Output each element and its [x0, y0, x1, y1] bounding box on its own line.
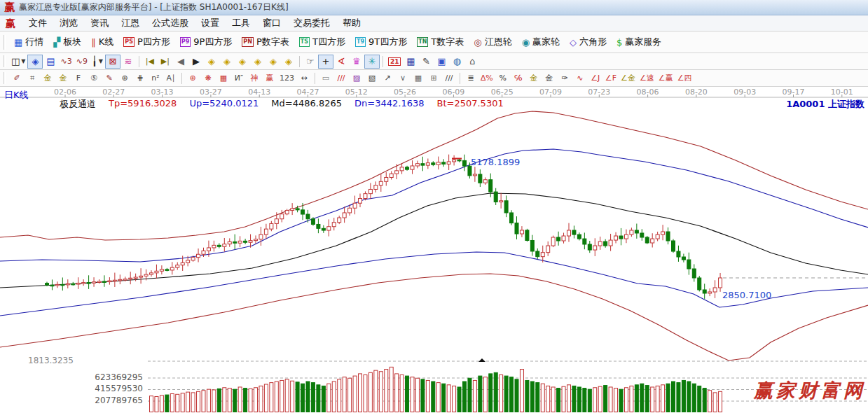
five-grid-button[interactable]: ⑤ [86, 71, 102, 85]
spider-web-button[interactable]: ❋ [200, 71, 216, 85]
n-wave-button[interactable]: И″ [231, 71, 247, 85]
toolbar-button-winner-service[interactable]: $赢家服务 [612, 34, 666, 50]
main-chart-svg[interactable] [0, 87, 868, 412]
brush-grid-icon: ✎ [106, 74, 112, 83]
parallel-lines-button[interactable]: /// [441, 71, 457, 85]
menu-item-4[interactable]: 公式选股 [146, 15, 195, 31]
angle-j-button[interactable]: ∠J [588, 71, 603, 85]
toolbar-grip[interactable] [4, 72, 6, 83]
circle-360-button[interactable]: ⊕ [117, 71, 132, 85]
stats-panel-button[interactable]: ≣ [463, 71, 478, 85]
angle-f-button[interactable]: ∠F [603, 71, 619, 85]
chart-type-button[interactable]: ◈ [27, 55, 43, 69]
toolbar-button-winner-wheel[interactable]: ◉赢家轮 [517, 34, 565, 50]
ying-grid-button[interactable]: 赢 [262, 71, 277, 85]
gann-expand-button[interactable]: ◈ [235, 55, 250, 69]
angle-ying-button[interactable]: ∠赢 [656, 71, 675, 85]
toolbar-button-t-number-table[interactable]: TNT数字表 [412, 34, 469, 50]
gann-down-button[interactable]: ◈ [281, 55, 296, 69]
toolbar-button-gann-wheel[interactable]: ◎江恩轮 [469, 34, 516, 50]
menu-item-0[interactable]: 文件 [22, 15, 53, 31]
seal-tool-button[interactable]: ✳ [364, 55, 380, 69]
wave-box-button[interactable]: ∿ [572, 71, 588, 85]
gann-shrink-button[interactable]: ◈ [250, 55, 266, 69]
span-measure-button[interactable]: ↔ [296, 71, 312, 85]
angle-speed-button[interactable]: ∠速 [638, 71, 656, 85]
rect-tool-button[interactable]: ▭ [318, 71, 333, 85]
toolbar-button-t-square[interactable]: TST四方形 [294, 34, 350, 50]
arrow-lines-button[interactable]: ↗ [380, 71, 395, 85]
first-page-button[interactable]: |◀ [142, 55, 158, 69]
save-button[interactable]: ▣ [434, 55, 449, 69]
brush-grid-button[interactable]: ✎ [102, 71, 117, 85]
menu-item-9[interactable]: 帮助 [336, 15, 367, 31]
prev-page-button[interactable]: ◀ [173, 55, 188, 69]
square-n2-button[interactable]: n² [148, 71, 163, 85]
wave-9-button[interactable]: ∿9 [74, 55, 90, 69]
toolbar-button-sectors[interactable]: ▞板块 [48, 34, 86, 50]
candle-style-button[interactable]: ╽▼ [90, 55, 105, 69]
pattern-tool-button[interactable]: ⊠ [105, 55, 120, 69]
toolbar-button-9p-square[interactable]: P99P四方形 [175, 34, 237, 50]
toolbar-grip[interactable] [4, 35, 6, 50]
angle-gold-button[interactable]: ∠金 [619, 71, 638, 85]
circle-cross-button[interactable]: ⊕ [185, 71, 200, 85]
zigzag-tool-button[interactable]: ∨ [395, 71, 411, 85]
angle-four-button[interactable]: ∠四 [675, 71, 694, 85]
gold-grid-2-button[interactable]: 金 [55, 71, 71, 85]
percent-tool-button[interactable]: % [495, 71, 511, 85]
toolbar-button-hexagon[interactable]: ◇六角形 [565, 34, 612, 50]
gold-grid-1-button[interactable]: 金 [40, 71, 55, 85]
fan-lines-button[interactable]: ∕∕∕ [333, 71, 349, 85]
draw-pen-button[interactable]: ✐ [9, 71, 25, 85]
price-grid-button[interactable]: ⋕ [132, 71, 148, 85]
gann-grid-button[interactable]: ⌗ [25, 71, 40, 85]
notes-button[interactable]: ✎ [418, 55, 434, 69]
toolbar-button-kline[interactable]: ‖K线 [86, 34, 118, 50]
last-page-button[interactable]: ▶| [158, 55, 173, 69]
fib-grid-button[interactable]: F [71, 71, 86, 85]
menu-item-1[interactable]: 浏览 [53, 15, 84, 31]
percent-change-button[interactable]: ∆% [478, 71, 495, 85]
wave-3-button[interactable]: ∿3 [58, 55, 74, 69]
web-grid-button[interactable]: ▦ [216, 71, 231, 85]
menu-item-3[interactable]: 江恩 [115, 15, 146, 31]
grid-box-arrow-button[interactable]: ⊞ [426, 71, 441, 85]
a-line-button[interactable]: A∣ [163, 71, 179, 85]
grid-box-button[interactable]: ▦ [411, 71, 426, 85]
toolbar-button-p-number-table[interactable]: PNP数字表 [237, 34, 294, 50]
gold-circle-button[interactable]: 金 [526, 71, 542, 85]
angle-tool-button[interactable]: ∢ [333, 55, 349, 69]
toolbar-grip[interactable] [4, 55, 6, 66]
next-page-button[interactable]: ▶ [188, 55, 204, 69]
candle-brush-button[interactable]: ✑ [557, 71, 572, 85]
gann-right-button[interactable]: ◈ [219, 55, 235, 69]
line-box-button[interactable]: ▧ [364, 71, 380, 85]
toolbar-button-p-square[interactable]: PSP四方形 [118, 34, 174, 50]
info-panel-button[interactable]: ▤ [43, 55, 58, 69]
system-button[interactable]: ⌂ [464, 55, 480, 69]
numbered-grid-button[interactable]: 123 [277, 71, 296, 85]
menu-item-7[interactable]: 窗口 [256, 15, 287, 31]
web-export-button[interactable]: ◍ [449, 55, 464, 69]
period-selector-button[interactable]: ◫▼ [9, 55, 27, 69]
shen-grid-button[interactable]: 神 [247, 71, 262, 85]
calculator-button[interactable]: ▦ [403, 55, 418, 69]
menu-item-5[interactable]: 设置 [195, 15, 226, 31]
toolbar-button-9t-square[interactable]: T99T四方形 [350, 34, 412, 50]
menu-item-6[interactable]: 工具 [226, 15, 256, 31]
gann-left-button[interactable]: ◈ [204, 55, 219, 69]
gold-lines-button[interactable]: 金 [542, 71, 557, 85]
hand-tool-button[interactable]: ☞ [303, 55, 318, 69]
percent-lines-button[interactable]: ℅ [511, 71, 526, 85]
crosshair-tool-button[interactable]: + [318, 55, 333, 69]
fan-box-button[interactable]: ▨ [349, 71, 364, 85]
volume-profile-button[interactable]: ≋ [120, 55, 136, 69]
calendar-button[interactable]: 21 [386, 55, 404, 69]
gann-up-button[interactable]: ◈ [266, 55, 281, 69]
toolbar-button-label: P四方形 [137, 36, 170, 48]
menu-item-8[interactable]: 交易委托 [287, 15, 336, 31]
stamp-tool-button[interactable]: ♛ [349, 55, 364, 69]
toolbar-button-quotes[interactable]: ▦行情 [9, 34, 48, 50]
menu-item-2[interactable]: 资讯 [84, 15, 115, 31]
